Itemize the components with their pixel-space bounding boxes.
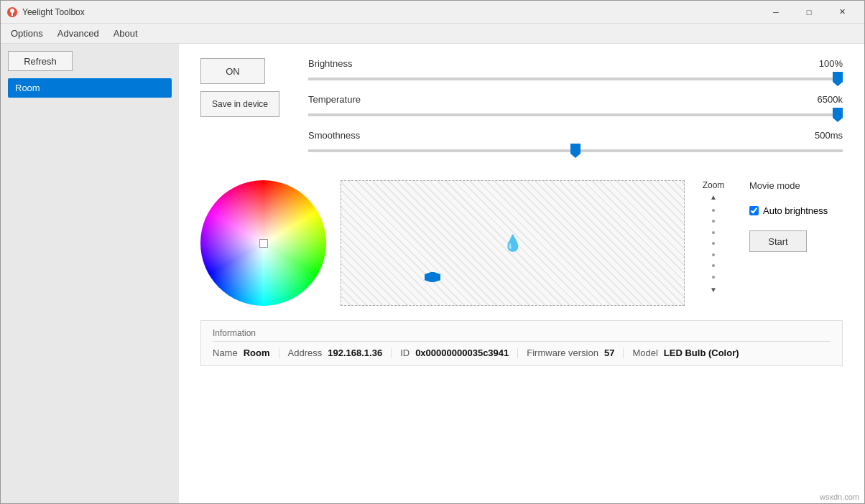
zoom-label: Zoom: [703, 180, 725, 190]
eyedropper-icon[interactable]: 💧: [503, 234, 522, 253]
smoothness-label: Smoothness: [308, 130, 360, 141]
svg-point-1: [10, 9, 14, 13]
firmware-val: 57: [604, 347, 614, 358]
sliders-section: Brightness 100% Temperature 6500k: [308, 58, 843, 166]
save-button[interactable]: Save in device: [200, 91, 279, 117]
maximize-button[interactable]: □: [792, 1, 825, 24]
temperature-row: Temperature 6500k: [308, 94, 843, 118]
color-wheel-container[interactable]: [200, 180, 326, 306]
zoom-slider: ▲ ▼: [710, 193, 717, 294]
color-wheel[interactable]: [200, 180, 326, 306]
smoothness-value: 500ms: [815, 130, 843, 141]
address-key: Address: [288, 347, 323, 358]
brightness-slider[interactable]: [308, 78, 843, 80]
brightness-row: Brightness 100%: [308, 58, 843, 83]
sidebar-item-room[interactable]: Room: [8, 78, 172, 98]
name-val: Room: [244, 347, 270, 358]
watermark: wsxdn.com: [820, 493, 859, 501]
menu-advanced[interactable]: Advanced: [50, 25, 106, 42]
model-val: LED Bulb (Color): [664, 347, 739, 358]
minimize-button[interactable]: ─: [759, 1, 792, 24]
smoothness-row: Smoothness 500ms: [308, 130, 843, 154]
zoom-section: Zoom ▲ ▼: [699, 180, 728, 306]
app-title: Yeelight Toolbox: [22, 7, 759, 17]
smoothness-slider[interactable]: [308, 149, 843, 152]
on-button[interactable]: ON: [200, 58, 265, 84]
sidebar: Refresh Room: [1, 44, 179, 504]
menu-bar: Options Advanced About: [1, 24, 864, 44]
svg-rect-2: [11, 13, 13, 16]
close-button[interactable]: ✕: [825, 1, 859, 24]
movie-mode-label: Movie mode: [749, 180, 843, 191]
menu-about[interactable]: About: [106, 25, 145, 42]
zoom-thumb[interactable]: [425, 272, 440, 282]
main-layout: Refresh Room ON Save in device Brightnes…: [1, 44, 864, 504]
brightness-value: 100%: [819, 58, 843, 69]
auto-brightness-checkbox[interactable]: [749, 206, 759, 215]
zoom-up-arrow[interactable]: ▲: [710, 193, 717, 201]
address-val: 192.168.1.36: [328, 347, 382, 358]
id-val: 0x00000000035c3941: [415, 347, 509, 358]
top-controls: ON Save in device Brightness 100% Temper…: [200, 58, 843, 166]
info-row: Name Room Address 192.168.1.36 ID 0x0000…: [213, 347, 831, 358]
info-title: Information: [213, 328, 831, 342]
window-controls: ─ □ ✕: [759, 1, 859, 24]
start-button[interactable]: Start: [749, 230, 807, 252]
temperature-label: Temperature: [308, 94, 361, 105]
movie-mode-section: Movie mode Auto brightness Start: [742, 180, 843, 306]
temperature-slider[interactable]: [308, 113, 843, 116]
menu-options[interactable]: Options: [4, 25, 50, 42]
image-canvas[interactable]: 💧: [341, 180, 685, 306]
information-section: Information Name Room Address 192.168.1.…: [200, 320, 843, 366]
zoom-down-arrow[interactable]: ▼: [710, 286, 717, 294]
firmware-key: Firmware version: [527, 347, 598, 358]
temperature-value: 6500k: [818, 94, 843, 105]
auto-brightness-label[interactable]: Auto brightness: [763, 205, 828, 216]
refresh-button[interactable]: Refresh: [8, 51, 73, 71]
name-key: Name: [213, 347, 238, 358]
id-key: ID: [400, 347, 410, 358]
bottom-section: 💧 Zoom ▲ ▼ Mo: [200, 180, 843, 306]
title-bar: Yeelight Toolbox ─ □ ✕: [1, 1, 864, 24]
brightness-label: Brightness: [308, 58, 352, 69]
color-wheel-cursor[interactable]: [259, 239, 268, 248]
model-key: Model: [632, 347, 657, 358]
content-area: ON Save in device Brightness 100% Temper…: [179, 44, 864, 504]
device-buttons: ON Save in device: [200, 58, 279, 117]
auto-brightness-row: Auto brightness: [749, 205, 843, 216]
app-icon: [6, 6, 18, 18]
